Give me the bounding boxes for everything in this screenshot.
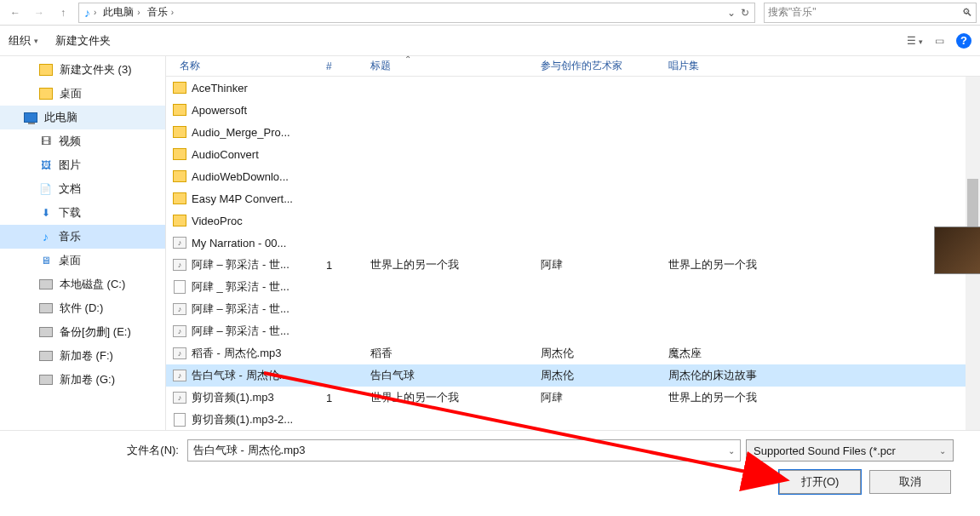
- sidebar-item[interactable]: 软件 (D:): [0, 296, 165, 320]
- sidebar-item[interactable]: 📄文档: [0, 177, 165, 201]
- chevron-down-icon[interactable]: ⌄: [939, 446, 946, 456]
- cell-artist: 阿肆: [541, 257, 668, 272]
- chevron-down-icon[interactable]: ⌄: [728, 446, 735, 456]
- sidebar-item[interactable]: 🖼图片: [0, 153, 165, 177]
- disk-icon: [39, 303, 53, 313]
- folder-icon: [173, 82, 186, 94]
- sidebar-item-label: 新加卷 (F:): [60, 348, 113, 364]
- cell-album: 魔杰座: [668, 346, 980, 361]
- chevron-down-icon[interactable]: ⌄: [727, 7, 736, 19]
- cell-title: 稻香: [370, 346, 541, 361]
- file-row[interactable]: ♪阿肆 – 郭采洁 - 世...: [166, 320, 980, 342]
- nav-forward-button[interactable]: →: [27, 2, 51, 24]
- column-name[interactable]: 名称: [173, 59, 326, 73]
- sidebar-item-label: 新建文件夹 (3): [60, 62, 132, 77]
- file-row[interactable]: Apowersoft: [166, 99, 980, 121]
- disk-icon: [39, 279, 53, 290]
- sidebar-item-label: 备份[勿删] (E:): [60, 324, 131, 340]
- column-title[interactable]: 标题: [370, 59, 541, 73]
- breadcrumb-seg-computer[interactable]: 此电脑›: [100, 5, 143, 20]
- sidebar-item[interactable]: 新建文件夹 (3): [0, 58, 165, 82]
- audio-file-icon: ♪: [173, 392, 186, 404]
- search-input[interactable]: 搜索"音乐" 🔍︎: [764, 3, 977, 23]
- sort-indicator-icon: ⌃: [404, 54, 411, 64]
- sidebar-item-label: 桌面: [59, 253, 81, 268]
- video-icon: 🎞: [39, 135, 52, 148]
- cell-name: AceThinker: [173, 82, 326, 95]
- column-artist[interactable]: 参与创作的艺术家: [541, 59, 668, 73]
- cell-name: ♪稻香 - 周杰伦.mp3: [173, 346, 326, 361]
- new-folder-button[interactable]: 新建文件夹: [55, 33, 111, 49]
- cell-title: 告白气球: [370, 368, 541, 383]
- navigation-sidebar: 新建文件夹 (3)桌面此电脑🎞视频🖼图片📄文档⬇下载♪音乐🖥桌面本地磁盘 (C:…: [0, 56, 166, 430]
- file-list[interactable]: AceThinkerApowersoftAudio_Merge_Pro...Au…: [166, 77, 980, 430]
- sidebar-item[interactable]: 新加卷 (G:): [0, 368, 165, 392]
- disk-icon: [39, 327, 53, 337]
- sidebar-item[interactable]: 🖥桌面: [0, 249, 165, 272]
- folder-icon: [173, 215, 186, 226]
- file-row[interactable]: VideoProc: [166, 209, 980, 232]
- cell-name: ♪阿肆 – 郭采洁 - 世...: [173, 301, 326, 317]
- cell-name: ♪剪切音频(1).mp3: [173, 390, 326, 405]
- cell-number: 1: [326, 259, 370, 272]
- file-type-filter[interactable]: Supported Sound Files (*.pcr ⌄: [746, 439, 954, 462]
- disk-icon: [39, 375, 53, 385]
- search-icon: 🔍︎: [962, 7, 972, 19]
- sidebar-item[interactable]: 此电脑: [0, 106, 165, 129]
- file-row[interactable]: ♪剪切音频(1).mp31世界上的另一个我阿肆世界上的另一个我: [166, 387, 980, 409]
- breadcrumb-seg-music[interactable]: 音乐›: [144, 5, 177, 20]
- audio-file-icon: ♪: [173, 237, 186, 249]
- column-album[interactable]: 唱片集: [668, 59, 980, 73]
- disk-icon: [39, 351, 53, 361]
- breadcrumb[interactable]: ♪› 此电脑› 音乐› ⌄ ↻: [78, 3, 755, 23]
- refresh-icon[interactable]: ↻: [741, 7, 749, 19]
- filename-input[interactable]: 告白气球 - 周杰伦.mp3 ⌄: [187, 439, 741, 462]
- folder-icon: [173, 148, 186, 160]
- folder-icon: [39, 64, 53, 76]
- view-options-icon[interactable]: ☰ ▾: [907, 35, 923, 47]
- column-number[interactable]: #: [326, 60, 370, 72]
- cell-album: 周杰伦的床边故事: [668, 368, 980, 383]
- organize-menu[interactable]: 组织▾: [9, 33, 38, 49]
- cell-title: 世界上的另一个我: [370, 257, 541, 272]
- preview-pane-icon[interactable]: ▭: [935, 35, 944, 47]
- sidebar-item[interactable]: ⬇下载: [0, 201, 165, 225]
- file-row[interactable]: ♪稻香 - 周杰伦.mp3稻香周杰伦魔杰座: [166, 342, 980, 364]
- download-icon: ⬇: [39, 207, 52, 220]
- column-headers[interactable]: 名称 # 标题 参与创作的艺术家 唱片集 ⌃: [166, 56, 980, 77]
- nav-up-button[interactable]: ↑: [51, 2, 75, 24]
- cell-artist: 周杰伦: [541, 368, 668, 383]
- file-row[interactable]: AudioWebDownlo...: [166, 165, 980, 187]
- audio-file-icon: ♪: [173, 303, 186, 315]
- sidebar-item[interactable]: 桌面: [0, 82, 165, 106]
- cell-artist: 周杰伦: [541, 346, 668, 361]
- file-row[interactable]: AudioConvert: [166, 143, 980, 165]
- sidebar-item[interactable]: ♪音乐: [0, 225, 165, 249]
- file-row[interactable]: ♪告白气球 - 周杰伦....告白气球周杰伦周杰伦的床边故事: [166, 364, 980, 387]
- file-row[interactable]: AceThinker: [166, 77, 980, 99]
- sidebar-item-label: 图片: [59, 158, 81, 173]
- help-icon[interactable]: ?: [956, 33, 971, 49]
- nav-back-button[interactable]: ←: [3, 2, 27, 24]
- sidebar-item[interactable]: 本地磁盘 (C:): [0, 272, 165, 296]
- cell-name: Audio_Merge_Pro...: [173, 126, 326, 139]
- file-row[interactable]: ♪阿肆 – 郭采洁 - 世...1世界上的另一个我阿肆世界上的另一个我: [166, 254, 980, 276]
- address-row: ← → ↑ ♪› 此电脑› 音乐› ⌄ ↻ 搜索"音乐" 🔍︎: [0, 0, 980, 26]
- file-row[interactable]: ♪阿肆 – 郭采洁 - 世...: [166, 298, 980, 320]
- cancel-button[interactable]: 取消: [869, 470, 951, 494]
- open-button[interactable]: 打开(O): [779, 470, 861, 494]
- sidebar-item[interactable]: 🎞视频: [0, 129, 165, 153]
- image-icon: 🖼: [39, 159, 52, 172]
- cell-name: Apowersoft: [173, 104, 326, 117]
- file-row[interactable]: 剪切音频(1).mp3-2...: [166, 409, 980, 430]
- cell-number: 1: [326, 392, 370, 404]
- sidebar-item-label: 音乐: [59, 229, 81, 244]
- sidebar-item[interactable]: 新加卷 (F:): [0, 344, 165, 368]
- sidebar-item-label: 视频: [59, 134, 81, 149]
- file-row[interactable]: Audio_Merge_Pro...: [166, 121, 980, 143]
- file-row[interactable]: 阿肆 _ 郭采洁 - 世...: [166, 276, 980, 298]
- sidebar-item[interactable]: 备份[勿删] (E:): [0, 320, 165, 344]
- file-row[interactable]: Easy M4P Convert...: [166, 187, 980, 209]
- cell-name: AudioConvert: [173, 148, 326, 161]
- file-row[interactable]: ♪My Narration - 00...: [166, 232, 980, 254]
